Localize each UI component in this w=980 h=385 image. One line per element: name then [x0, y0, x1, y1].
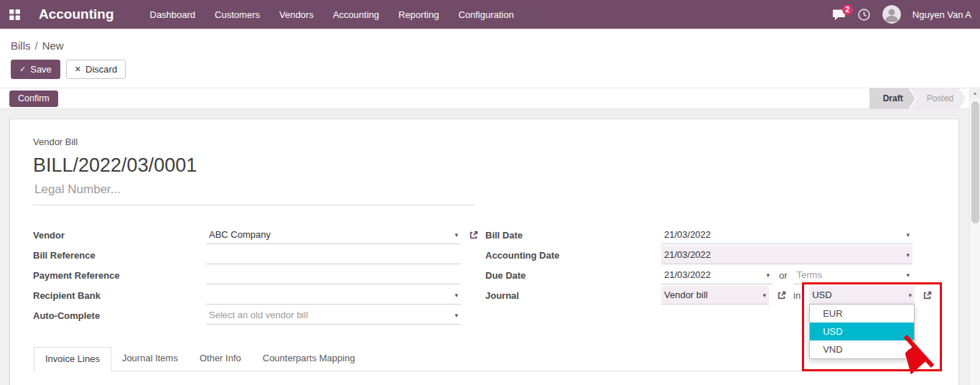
auto-complete-placeholder: Select an old vendor bill [209, 310, 308, 320]
journal-field[interactable]: Vendor bill ▾ [661, 286, 769, 305]
accounting-date-row: Accounting Date 21/03/2022 ▾ [485, 245, 913, 265]
scrollbar-up-button[interactable]: ▲ [970, 87, 980, 98]
journal-value: Vendor bill [664, 289, 708, 300]
currency-external-link-icon[interactable] [923, 290, 933, 300]
nav-reporting[interactable]: Reporting [398, 9, 439, 20]
accounting-date-label: Accounting Date [485, 250, 661, 261]
discard-button[interactable]: ✕ Discard [66, 60, 126, 79]
check-icon: ✓ [19, 65, 26, 74]
payment-reference-row: Payment Reference [33, 265, 461, 285]
vendor-field[interactable]: ABC Company ▾ [206, 226, 461, 244]
right-field-column: Bill Date 21/03/2022 ▾ Accounting Date 2… [485, 225, 913, 325]
statusbar: Confirm Draft Posted [0, 88, 969, 109]
tab-other-info[interactable]: Other Info [189, 347, 252, 371]
bill-reference-row: Bill Reference [33, 245, 461, 265]
due-date-field[interactable]: 21/03/2022 ▾ [661, 266, 773, 284]
payment-terms-field[interactable]: Terms ▾ [794, 266, 913, 284]
bill-date-label: Bill Date [485, 230, 661, 241]
user-name[interactable]: Nguyen Van A [913, 9, 971, 20]
recipient-bank-field[interactable]: ▾ [206, 286, 461, 305]
content-area: Vendor Bill BILL/2022/03/0001 Legal Numb… [0, 109, 969, 385]
bill-date-row: Bill Date 21/03/2022 ▾ [485, 225, 913, 245]
doc-type-label: Vendor Bill [33, 136, 935, 147]
payment-reference-label: Payment Reference [33, 270, 206, 281]
apps-grid-icon[interactable] [0, 0, 29, 29]
bill-number: BILL/2022/03/0001 [33, 154, 935, 177]
left-field-column: Vendor ABC Company ▾ Bill Reference [33, 225, 461, 325]
currency-option-usd[interactable]: USD [810, 323, 914, 340]
systray: 2 Nguyen Van A [832, 5, 980, 24]
save-button-label: Save [30, 64, 52, 75]
auto-complete-row: Auto-Complete Select an old vendor bill … [33, 305, 461, 325]
caret-down-icon[interactable]: ▾ [450, 312, 458, 319]
payment-terms-placeholder: Terms [797, 269, 822, 280]
in-text: in [793, 290, 801, 301]
currency-option-vnd[interactable]: VND [810, 340, 914, 358]
payment-reference-field[interactable] [206, 266, 461, 284]
vendor-value: ABC Company [209, 229, 271, 240]
caret-down-icon[interactable]: ▾ [902, 251, 910, 259]
confirm-button-label: Confirm [18, 93, 50, 103]
action-buttons: ✓ Save ✕ Discard [11, 60, 980, 80]
nav-dashboard[interactable]: Dashboard [150, 9, 196, 20]
auto-complete-field[interactable]: Select an old vendor bill ▾ [206, 306, 461, 325]
messages-icon[interactable]: 2 [832, 9, 846, 21]
tab-journal-items[interactable]: Journal Items [111, 347, 189, 371]
scrollbar-thumb[interactable] [971, 101, 979, 223]
nav-customers[interactable]: Customers [215, 9, 260, 20]
cross-icon: ✕ [75, 65, 81, 74]
nav-configuration[interactable]: Configuration [458, 9, 513, 20]
notebook-tabs: Invoice Lines Journal Items Other Info C… [33, 347, 935, 371]
nav-vendors[interactable]: Vendors [279, 9, 314, 20]
journal-external-link-icon[interactable] [777, 290, 787, 300]
status-pills: Draft Posted [869, 88, 966, 109]
caret-down-icon[interactable]: ▾ [905, 292, 913, 299]
tab-invoice-lines[interactable]: Invoice Lines [34, 347, 111, 371]
tab-counterparts-mapping[interactable]: Counterparts Mapping [252, 347, 366, 371]
field-grid: Vendor ABC Company ▾ Bill Reference [33, 225, 935, 325]
caret-down-icon[interactable]: ▾ [450, 292, 458, 299]
save-button[interactable]: ✓ Save [11, 60, 60, 79]
currency-dropdown: EUR USD VND [809, 304, 915, 359]
nav-accounting[interactable]: Accounting [333, 9, 379, 20]
activities-clock-icon[interactable] [857, 8, 871, 22]
vendor-label: Vendor [33, 230, 206, 241]
legal-number-input[interactable]: Legal Number... [33, 177, 475, 205]
currency-option-eur[interactable]: EUR [810, 305, 914, 323]
status-draft[interactable]: Draft [869, 88, 915, 109]
accounting-date-field[interactable]: 21/03/2022 ▾ [661, 246, 913, 264]
due-date-value: 21/03/2022 [664, 269, 711, 280]
due-date-label: Due Date [485, 270, 661, 281]
user-avatar[interactable] [882, 5, 901, 24]
bill-reference-field[interactable] [206, 246, 461, 264]
confirm-button[interactable]: Confirm [9, 91, 58, 107]
bill-date-field[interactable]: 21/03/2022 ▾ [661, 226, 913, 244]
scrollbar[interactable]: ▲ [969, 87, 980, 385]
recipient-bank-label: Recipient Bank [33, 290, 206, 301]
top-navbar: Accounting Dashboard Customers Vendors A… [0, 0, 980, 29]
due-date-row: Due Date 21/03/2022 ▾ or Terms ▾ [485, 265, 913, 285]
caret-down-icon[interactable]: ▾ [902, 272, 910, 279]
main-menu: Dashboard Customers Vendors Accounting R… [150, 9, 514, 20]
caret-down-icon[interactable]: ▾ [902, 231, 910, 238]
breadcrumb: Bills/New [0, 29, 980, 54]
bill-date-value: 21/03/2022 [664, 229, 711, 240]
breadcrumb-separator: / [35, 40, 38, 52]
vendor-bill-sheet: Vendor Bill BILL/2022/03/0001 Legal Numb… [9, 119, 959, 385]
journal-label: Journal [485, 290, 661, 301]
journal-row: Journal Vendor bill ▾ in USD ▾ EUR [485, 285, 913, 305]
bill-reference-label: Bill Reference [33, 250, 206, 261]
caret-down-icon[interactable]: ▾ [762, 272, 770, 279]
caret-down-icon[interactable]: ▾ [758, 292, 766, 299]
vendor-row: Vendor ABC Company ▾ [33, 225, 461, 245]
accounting-date-value: 21/03/2022 [664, 249, 711, 260]
app-title[interactable]: Accounting [39, 6, 114, 22]
breadcrumb-new: New [42, 40, 64, 52]
messages-badge: 2 [842, 4, 853, 15]
caret-down-icon[interactable]: ▾ [450, 231, 458, 238]
breadcrumb-bills[interactable]: Bills [11, 40, 31, 52]
vendor-external-link-icon[interactable] [469, 230, 479, 240]
status-posted[interactable]: Posted [910, 88, 966, 109]
discard-button-label: Discard [85, 64, 117, 75]
currency-field[interactable]: USD ▾ EUR USD VND [809, 286, 915, 305]
